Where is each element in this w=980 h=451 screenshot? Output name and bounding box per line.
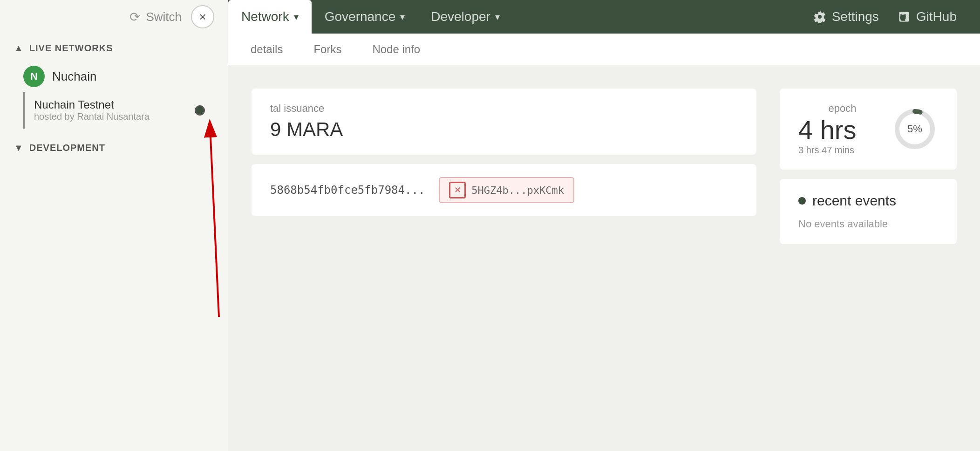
sidebar-overlay: ⟳ Switch × ▲ LIVE NETWORKS N Nuchain Nuc… (0, 0, 228, 451)
events-empty: No events available (798, 218, 938, 230)
active-indicator (195, 105, 205, 116)
nav-network-label: Network (241, 9, 289, 24)
epoch-label: epoch (798, 102, 857, 115)
hash-value: 5868b54fb0fce5fb7984... (270, 184, 425, 197)
epoch-sub: 3 hrs 47 mins (798, 145, 857, 156)
nav-developer-label: Developer (431, 9, 490, 24)
settings-button[interactable]: Settings (813, 9, 879, 24)
nuchain-name: Nuchain (52, 69, 96, 84)
main-content: tal issuance 9 MARA 5868b54fb0fce5fb7984… (228, 65, 980, 451)
subnav-forks[interactable]: Forks (310, 43, 345, 56)
sidebar-header: ⟳ Switch × (0, 0, 228, 34)
close-icon: × (199, 10, 206, 24)
events-header: recent events (798, 193, 938, 209)
settings-label: Settings (832, 9, 879, 24)
chevron-down-icon: ▾ (294, 11, 299, 22)
epoch-value: 4 hrs (798, 115, 857, 145)
nav-governance-label: Governance (325, 9, 396, 24)
sidebar-content: ▲ LIVE NETWORKS N Nuchain Nuchain Testne… (0, 34, 228, 451)
issuance-value: 9 MARA (270, 118, 738, 141)
testnet-name: Nuchain Testnet (34, 98, 150, 111)
github-icon (898, 10, 911, 23)
chevron-down-icon: ▾ (400, 11, 405, 22)
validator-text: 5HGZ4b...pxKCmk (471, 184, 564, 196)
epoch-percent: 5% (907, 123, 922, 135)
nav-developer[interactable]: Developer ▾ (418, 0, 513, 34)
development-label: DEVELOPMENT (29, 143, 105, 153)
live-networks-label: LIVE NETWORKS (29, 43, 113, 54)
events-title: recent events (812, 193, 896, 209)
gear-icon (813, 10, 826, 23)
issuance-card: tal issuance 9 MARA (252, 89, 756, 155)
epoch-card: epoch 4 hrs 3 hrs 47 mins 5% (780, 89, 957, 170)
refresh-icon: ⟳ (129, 9, 140, 25)
epoch-donut: 5% (892, 106, 938, 152)
chevron-down-icon: ▾ (495, 11, 500, 22)
testnet-host: hosted by Rantai Nusantara (34, 111, 150, 122)
issuance-number: 9 MARA (270, 118, 343, 140)
live-networks-section[interactable]: ▲ LIVE NETWORKS (14, 43, 214, 54)
switch-label: Switch (146, 10, 182, 24)
subnav: details Forks Node info (228, 34, 980, 65)
development-section: ▼ DEVELOPMENT (14, 143, 214, 153)
nuchain-logo: N (23, 66, 45, 87)
nuchain-testnet-item[interactable]: Nuchain Testnet hosted by Rantai Nusanta… (23, 92, 214, 129)
development-header[interactable]: ▼ DEVELOPMENT (14, 143, 214, 153)
nav-network[interactable]: Network ▾ (228, 0, 312, 34)
stats-panel: tal issuance 9 MARA 5868b54fb0fce5fb7984… (252, 89, 756, 428)
nav-governance[interactable]: Governance ▾ (312, 0, 418, 34)
subnav-details[interactable]: details (247, 43, 286, 56)
epoch-info: epoch 4 hrs 3 hrs 47 mins (798, 102, 857, 156)
validator-icon: ✕ (449, 182, 466, 198)
right-panel: epoch 4 hrs 3 hrs 47 mins 5% recent even… (780, 89, 957, 428)
collapse-arrow-icon: ▲ (14, 43, 24, 54)
expand-arrow-icon: ▼ (14, 143, 24, 153)
validator-badge: ✕ 5HGZ4b...pxKCmk (439, 177, 574, 203)
hash-card: 5868b54fb0fce5fb7984... ✕ 5HGZ4b...pxKCm… (252, 164, 756, 216)
github-label: GitHub (916, 9, 957, 24)
events-dot-icon (798, 197, 806, 205)
testnet-info: Nuchain Testnet hosted by Rantai Nusanta… (34, 98, 150, 122)
subnav-nodeinfo[interactable]: Node info (368, 43, 424, 56)
switch-button[interactable]: ⟳ Switch (129, 9, 182, 25)
close-button[interactable]: × (191, 5, 214, 28)
issuance-label: tal issuance (270, 102, 738, 115)
github-button[interactable]: GitHub (898, 9, 957, 24)
nuchain-item[interactable]: N Nuchain (14, 61, 214, 92)
events-card: recent events No events available (780, 179, 957, 244)
